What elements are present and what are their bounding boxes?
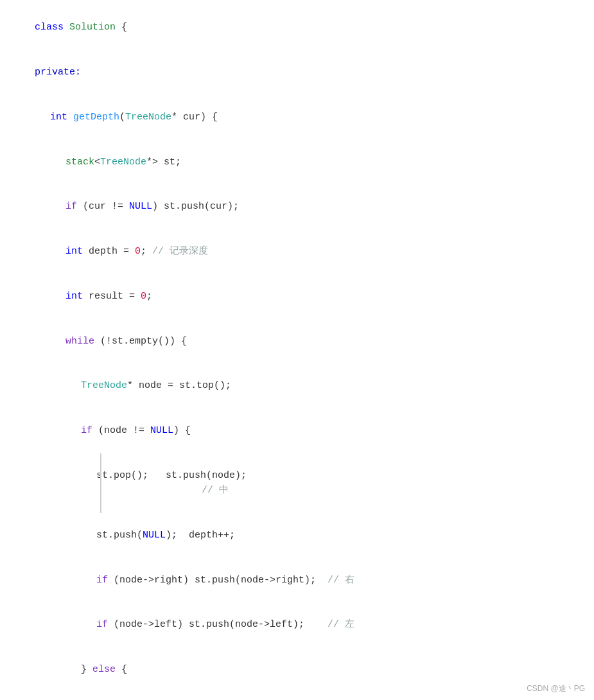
code-line: int depth = 0; // 记录深度 bbox=[0, 229, 594, 274]
footer-label: CSDN @途丶PG bbox=[527, 683, 585, 695]
code-line: TreeNode* node = st.top(); bbox=[0, 363, 594, 408]
code-line: } else { bbox=[0, 647, 594, 692]
code-line: private: bbox=[0, 50, 594, 95]
code-line: if (node->right) st.push(node->right); /… bbox=[0, 557, 594, 602]
code-line: st.pop(); st.push(node); // 中 bbox=[0, 453, 594, 513]
code-line: if (cur != NULL) st.push(cur); bbox=[0, 184, 594, 229]
code-line: stack<TreeNode*> st; bbox=[0, 139, 594, 184]
code-container: class Solution { private: int getDepth(T… bbox=[0, 0, 594, 700]
code-line: if (node != NULL) { bbox=[0, 408, 594, 453]
code-line: class Solution { bbox=[0, 5, 594, 50]
code-line: st.pop(); bbox=[0, 692, 594, 701]
code-line: st.push(NULL); depth++; bbox=[0, 513, 594, 558]
code-line-while1: while (!st.empty()) { bbox=[0, 319, 594, 363]
code-line: int getDepth(TreeNode* cur) { bbox=[0, 95, 594, 140]
code-line: int result = 0; bbox=[0, 274, 594, 319]
code-line: if (node->left) st.push(node->left); // … bbox=[0, 602, 594, 647]
